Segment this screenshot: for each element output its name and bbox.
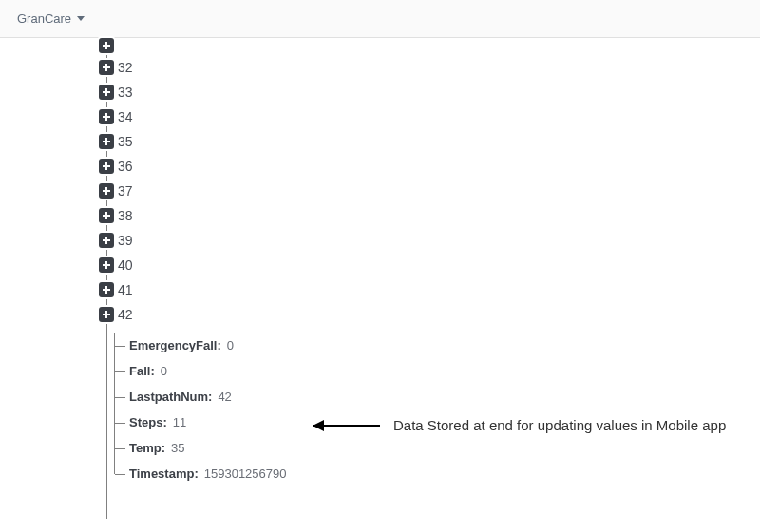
leaf-key: Timestamp: — [129, 466, 199, 481]
tree-node[interactable]: 36 — [82, 154, 743, 179]
expand-icon[interactable] — [99, 257, 114, 273]
tree-node-partial — [82, 46, 743, 55]
node-label: 34 — [118, 109, 133, 124]
leaf-field[interactable]: Timestamp: 159301256790 — [95, 461, 743, 486]
leaf-tick — [114, 423, 125, 424]
leaf-value: 0 — [161, 364, 167, 378]
leaf-tick — [114, 371, 125, 372]
tree-node[interactable]: 35 — [82, 129, 743, 154]
leaf-value: 42 — [218, 390, 231, 404]
leaf-field[interactable]: EmergencyFall: 0 — [95, 332, 743, 358]
leaf-key: Temp: — [129, 441, 165, 455]
expand-icon[interactable] — [99, 183, 114, 199]
node-label: 41 — [118, 282, 133, 297]
tree-node[interactable]: 40 — [82, 253, 743, 277]
expand-icon[interactable] — [99, 307, 114, 322]
leaf-key: EmergencyFall: — [129, 338, 221, 352]
project-name-label: GranCare — [17, 11, 71, 26]
leaf-tick — [114, 448, 125, 449]
expand-icon[interactable] — [99, 282, 114, 297]
expand-icon[interactable] — [99, 159, 114, 174]
project-selector[interactable]: GranCare — [11, 8, 90, 29]
tree-node[interactable]: 39 — [82, 228, 743, 253]
leaf-key: Fall: — [129, 364, 155, 378]
leaf-fields-block: EmergencyFall: 0 Fall: 0 LastpathNum: 42… — [95, 332, 743, 486]
leaf-tick — [114, 346, 125, 347]
expand-icon[interactable] — [99, 233, 114, 248]
leaf-field[interactable]: Fall: 0 — [95, 358, 743, 384]
leaf-tick — [114, 397, 125, 398]
leaf-value: 11 — [173, 415, 186, 429]
expand-icon[interactable] — [99, 38, 114, 53]
tree-node[interactable]: 41 — [82, 277, 743, 302]
expand-icon[interactable] — [99, 208, 114, 223]
tree-node[interactable]: 42 — [82, 302, 743, 327]
database-tree-pane: 32 33 34 35 36 37 38 — [0, 38, 760, 532]
node-label: 36 — [118, 159, 133, 174]
annotation-text: Data Stored at end for updating values i… — [393, 416, 726, 435]
tree-node[interactable]: 32 — [82, 55, 743, 80]
node-label: 38 — [118, 208, 133, 223]
node-label: 39 — [118, 233, 133, 248]
node-label: 40 — [118, 257, 133, 273]
leaf-value: 0 — [227, 338, 234, 352]
annotation-callout: Data Stored at end for updating values i… — [314, 416, 726, 435]
expand-icon[interactable] — [99, 109, 114, 124]
leaf-field[interactable]: LastpathNum: 42 — [95, 384, 743, 409]
tree-node[interactable]: 34 — [82, 104, 743, 129]
node-label: 42 — [118, 307, 133, 322]
node-label: 32 — [118, 60, 133, 75]
top-bar: GranCare — [0, 0, 760, 38]
expand-icon[interactable] — [99, 134, 114, 149]
node-label: 35 — [118, 134, 133, 149]
arrow-left-icon — [314, 425, 380, 427]
tree-node[interactable]: 38 — [82, 203, 743, 228]
leaf-key: LastpathNum: — [129, 390, 212, 404]
tree-node[interactable]: 33 — [82, 80, 743, 104]
leaf-field[interactable]: Temp: 35 — [95, 435, 743, 461]
leaf-tick — [114, 474, 125, 475]
leaf-key: Steps: — [129, 415, 167, 429]
leaf-value: 159301256790 — [204, 466, 287, 481]
expand-icon[interactable] — [99, 85, 114, 100]
tree-node[interactable]: 37 — [82, 179, 743, 203]
node-label: 37 — [118, 183, 133, 199]
expand-icon[interactable] — [99, 60, 114, 75]
chevron-down-icon — [77, 16, 85, 21]
leaf-value: 35 — [171, 441, 184, 455]
node-label: 33 — [118, 85, 133, 100]
